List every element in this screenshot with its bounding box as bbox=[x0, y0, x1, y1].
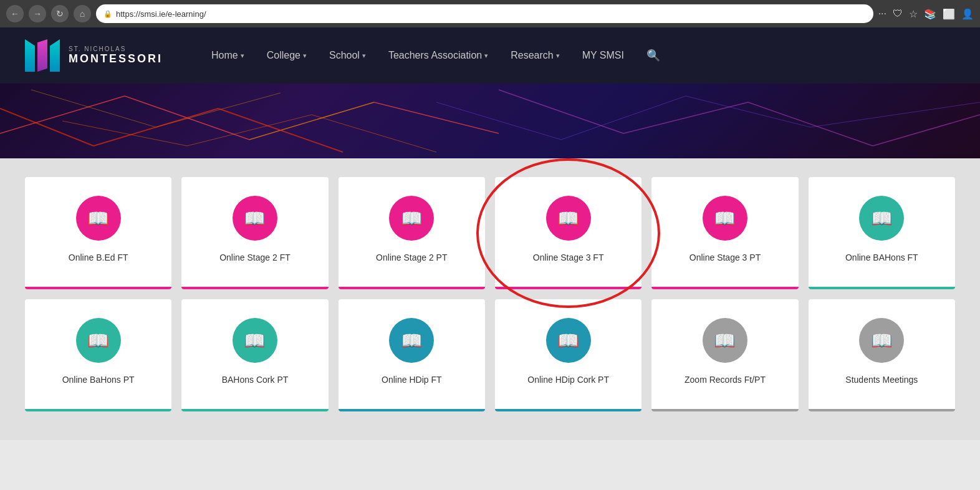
card-accent-bar bbox=[495, 409, 641, 411]
chevron-down-icon: ▾ bbox=[362, 52, 366, 60]
security-icon: 🔒 bbox=[103, 10, 112, 18]
card-accent-bar bbox=[651, 409, 798, 411]
refresh-button[interactable]: ↻ bbox=[51, 5, 69, 22]
course-icon: 📖 bbox=[703, 318, 747, 363]
course-icon: 📖 bbox=[546, 318, 591, 363]
course-card[interactable]: 📖Online B.Ed FT bbox=[25, 177, 171, 289]
course-card[interactable]: 📖Online Stage 3 PT bbox=[651, 177, 798, 289]
svg-line-14 bbox=[686, 96, 810, 127]
course-card[interactable]: 📖Online BAHons FT bbox=[809, 177, 955, 289]
card-accent-bar bbox=[181, 409, 328, 411]
svg-line-9 bbox=[0, 108, 94, 146]
book-icon: 📖 bbox=[244, 208, 266, 229]
card-accent-bar bbox=[181, 287, 328, 289]
nav-links: Home ▾ College ▾ School ▾ Teachers Assoc… bbox=[200, 27, 955, 84]
course-card[interactable]: 📖Online BaHons PT bbox=[25, 299, 171, 411]
nav-teachers-association[interactable]: Teachers Association ▾ bbox=[377, 27, 499, 84]
course-card[interactable]: 📖Students Meetings bbox=[809, 299, 955, 411]
book-icon: 📖 bbox=[401, 208, 423, 229]
book-icon: 📖 bbox=[714, 330, 736, 351]
svg-line-0 bbox=[0, 96, 125, 133]
course-icon: 📖 bbox=[389, 196, 434, 241]
book-icon: 📖 bbox=[714, 208, 736, 229]
library-icon[interactable]: 📚 bbox=[924, 8, 936, 20]
logo-area[interactable]: ST. NICHOLAS MONTESSORI bbox=[25, 39, 163, 72]
course-label: Online B.Ed FT bbox=[69, 252, 128, 276]
book-icon: 📖 bbox=[401, 330, 423, 351]
course-card[interactable]: 📖Online HDip Cork PT bbox=[495, 299, 641, 411]
card-accent-bar bbox=[25, 287, 171, 289]
card-accent-bar bbox=[809, 409, 955, 411]
course-label: BAHons Cork PT bbox=[222, 374, 289, 398]
course-card[interactable]: 📖Online Stage 2 FT bbox=[181, 177, 328, 289]
book-icon: 📖 bbox=[871, 208, 893, 229]
nav-research[interactable]: Research ▾ bbox=[499, 27, 570, 84]
course-label: Online HDip Cork PT bbox=[527, 374, 609, 398]
svg-line-18 bbox=[748, 102, 873, 146]
book-icon: 📖 bbox=[557, 330, 579, 351]
book-icon: 📖 bbox=[871, 330, 893, 351]
chevron-down-icon: ▾ bbox=[241, 52, 244, 60]
address-bar[interactable]: 🔒 https://smsi.ie/e-learning/ bbox=[96, 4, 873, 23]
course-icon: 📖 bbox=[76, 196, 121, 241]
browser-toolbar: ··· 🛡 ☆ 📚 ⬜ 👤 bbox=[878, 8, 974, 20]
course-label: Online Stage 3 FT bbox=[533, 252, 604, 276]
split-view-icon[interactable]: ⬜ bbox=[943, 8, 955, 20]
course-label: Online BaHons PT bbox=[62, 374, 135, 398]
svg-line-6 bbox=[312, 115, 436, 152]
course-icon: 📖 bbox=[859, 196, 904, 241]
menu-dots[interactable]: ··· bbox=[878, 8, 886, 19]
course-label: Online Stage 3 PT bbox=[689, 252, 761, 276]
card-grid-row2: 📖Online BaHons PT📖BAHons Cork PT📖Online … bbox=[25, 299, 955, 411]
chevron-down-icon: ▾ bbox=[556, 52, 560, 60]
back-button[interactable]: ← bbox=[6, 5, 24, 22]
nav-college[interactable]: College ▾ bbox=[256, 27, 318, 84]
book-icon: 📖 bbox=[244, 330, 266, 351]
search-button[interactable]: 🔍 bbox=[635, 27, 671, 84]
svg-line-3 bbox=[374, 102, 499, 133]
nav-home[interactable]: Home ▾ bbox=[200, 27, 256, 84]
course-icon: 📖 bbox=[233, 318, 277, 363]
logo-text: ST. NICHOLAS MONTESSORI bbox=[69, 46, 163, 65]
course-card[interactable]: 📖BAHons Cork PT bbox=[181, 299, 328, 411]
shield-icon: 🛡 bbox=[893, 8, 903, 19]
browser-chrome: ← → ↻ ⌂ 🔒 https://smsi.ie/e-learning/ ··… bbox=[0, 0, 980, 27]
nav-school[interactable]: School ▾ bbox=[318, 27, 377, 84]
course-card[interactable]: 📖Zoom Records Ft/PT bbox=[651, 299, 798, 411]
svg-line-15 bbox=[810, 102, 980, 127]
bookmark-icon[interactable]: ☆ bbox=[909, 8, 918, 20]
forward-button[interactable]: → bbox=[29, 5, 46, 22]
svg-line-11 bbox=[218, 108, 343, 152]
nav-mysmsi[interactable]: MY SMSI bbox=[571, 27, 635, 84]
hero-decoration bbox=[0, 84, 980, 158]
chevron-down-icon: ▾ bbox=[484, 52, 488, 60]
card-accent-bar bbox=[651, 287, 798, 289]
course-label: Online HDip FT bbox=[382, 374, 441, 398]
card-accent-bar bbox=[809, 287, 955, 289]
main-navbar: ST. NICHOLAS MONTESSORI Home ▾ College ▾… bbox=[0, 27, 980, 84]
svg-line-7 bbox=[31, 90, 156, 127]
course-card[interactable]: 📖Online Stage 2 PT bbox=[339, 177, 485, 289]
svg-line-12 bbox=[436, 102, 561, 140]
course-label: Online BAHons FT bbox=[845, 252, 918, 276]
chevron-down-icon: ▾ bbox=[303, 52, 307, 60]
course-icon: 📖 bbox=[389, 318, 434, 363]
home-button[interactable]: ⌂ bbox=[74, 5, 91, 22]
course-label: Online Stage 2 FT bbox=[219, 252, 291, 276]
course-card[interactable]: 📖Online Stage 3 FT bbox=[495, 177, 641, 289]
card-accent-bar bbox=[339, 287, 485, 289]
course-label: Students Meetings bbox=[845, 374, 918, 398]
card-accent-bar bbox=[339, 409, 485, 411]
course-card[interactable]: 📖Online HDip FT bbox=[339, 299, 485, 411]
book-icon: 📖 bbox=[87, 330, 109, 351]
logo-icon bbox=[25, 39, 60, 72]
svg-line-17 bbox=[623, 102, 748, 133]
course-icon: 📖 bbox=[76, 318, 121, 363]
card-grid-row1: 📖Online B.Ed FT📖Online Stage 2 FT📖Online… bbox=[25, 177, 955, 289]
course-icon: 📖 bbox=[233, 196, 277, 241]
course-icon: 📖 bbox=[859, 318, 904, 363]
card-accent-bar bbox=[495, 287, 641, 289]
hero-banner bbox=[0, 84, 980, 158]
course-icon: 📖 bbox=[546, 196, 591, 241]
profile-icon[interactable]: 👤 bbox=[961, 8, 974, 20]
